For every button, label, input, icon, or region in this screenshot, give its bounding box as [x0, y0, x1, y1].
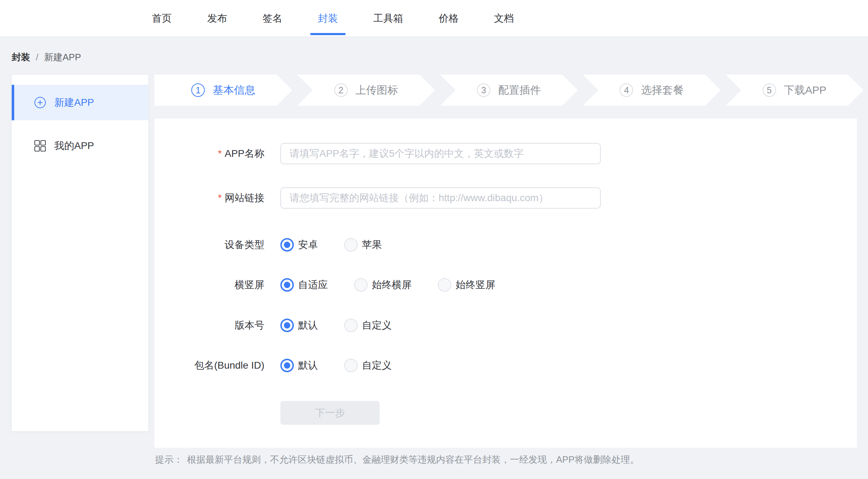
radio-version-custom[interactable]: 自定义	[344, 319, 392, 332]
radio-orientation-auto[interactable]: 自适应	[280, 278, 328, 292]
bundle-id-row: 包名(Bundle ID) 默认 自定义	[154, 358, 857, 373]
radio-unselected-icon	[438, 278, 451, 292]
radio-unselected-icon	[344, 319, 358, 332]
nav-package[interactable]: 封装	[318, 0, 338, 37]
sidebar-item-label: 新建APP	[54, 96, 94, 109]
site-url-label: *网站链接	[154, 191, 264, 205]
breadcrumb-current: 新建APP	[44, 51, 81, 64]
tip-text: 根据最新平台规则，不允许区块链虚拟币、金融理财类等违规内容在平台封装，一经发现，…	[187, 454, 639, 465]
radio-bundle-default[interactable]: 默认	[280, 359, 318, 372]
app-name-input[interactable]	[280, 143, 601, 164]
radio-orientation-portrait[interactable]: 始终竖屏	[438, 278, 495, 292]
device-type-row: 设备类型 安卓 苹果	[154, 238, 857, 252]
radio-orientation-landscape[interactable]: 始终横屏	[354, 278, 412, 292]
nav-home[interactable]: 首页	[152, 0, 172, 37]
step-1-basic-info: 1 基本信息	[154, 75, 292, 106]
plus-circle-icon	[34, 96, 46, 109]
nav-docs[interactable]: 文档	[494, 0, 514, 37]
radio-selected-icon	[280, 238, 294, 252]
nav-publish[interactable]: 发布	[207, 0, 227, 37]
top-nav: 首页 发布 签名 封装 工具箱 价格 文档	[0, 0, 868, 37]
platform-rule-tip: 提示：根据最新平台规则，不允许区块链虚拟币、金融理财类等违规内容在平台封装，一经…	[155, 453, 639, 466]
step-label: 上传图标	[356, 83, 398, 98]
radio-android[interactable]: 安卓	[280, 238, 318, 252]
device-type-label: 设备类型	[154, 238, 264, 252]
version-row: 版本号 默认 自定义	[154, 318, 857, 332]
step-number: 1	[191, 83, 205, 97]
site-url-row: *网站链接	[154, 187, 857, 209]
step-3-configure-plugins: 3 配置插件	[440, 75, 578, 106]
step-4-choose-plan: 4 选择套餐	[583, 75, 720, 106]
site-url-input[interactable]	[280, 187, 601, 209]
required-asterisk: *	[218, 148, 222, 159]
app-name-label: *APP名称	[154, 147, 264, 160]
tip-prefix: 提示：	[155, 454, 183, 465]
basic-info-form: *APP名称 *网站链接 设备类型 安卓 苹果 横竖屏	[154, 119, 857, 448]
radio-unselected-icon	[344, 359, 358, 372]
required-asterisk: *	[218, 192, 222, 203]
bundle-id-label: 包名(Bundle ID)	[154, 359, 264, 372]
radio-selected-icon	[280, 359, 294, 372]
radio-selected-icon	[280, 278, 294, 292]
step-number: 4	[620, 83, 633, 97]
radio-version-default[interactable]: 默认	[280, 319, 318, 332]
radio-selected-icon	[280, 319, 294, 332]
breadcrumb-section[interactable]: 封装	[12, 51, 30, 64]
step-number: 5	[763, 83, 776, 97]
step-number: 2	[334, 83, 348, 97]
step-label: 下载APP	[784, 83, 826, 98]
sidebar: 新建APP 我的APP	[12, 75, 148, 431]
radio-bundle-custom[interactable]: 自定义	[344, 359, 392, 372]
nav-toolbox[interactable]: 工具箱	[373, 0, 403, 37]
orientation-row: 横竖屏 自适应 始终横屏 始终竖屏	[154, 278, 857, 292]
step-wizard: 1 基本信息 2 上传图标 3 配置插件 4 选择套餐 5 下载APP	[154, 75, 863, 106]
sidebar-item-label: 我的APP	[54, 139, 94, 153]
breadcrumb: 封装 / 新建APP	[12, 51, 81, 64]
radio-ios[interactable]: 苹果	[344, 238, 382, 252]
step-2-upload-icon: 2 上传图标	[297, 75, 435, 106]
app-name-row: *APP名称	[154, 143, 857, 164]
step-label: 配置插件	[498, 83, 541, 98]
version-label: 版本号	[154, 319, 264, 332]
nav-sign[interactable]: 签名	[263, 0, 282, 37]
next-step-button[interactable]: 下一步	[280, 401, 380, 425]
step-label: 选择套餐	[641, 83, 683, 98]
step-5-download-app: 5 下载APP	[726, 75, 863, 106]
sidebar-item-new-app[interactable]: 新建APP	[12, 85, 148, 120]
orientation-label: 横竖屏	[154, 278, 264, 292]
step-number: 3	[477, 83, 490, 97]
sidebar-item-my-app[interactable]: 我的APP	[12, 128, 148, 164]
nav-pricing[interactable]: 价格	[439, 0, 458, 37]
breadcrumb-separator: /	[36, 52, 38, 63]
step-label: 基本信息	[213, 83, 255, 98]
grid-icon	[34, 139, 46, 152]
radio-unselected-icon	[354, 278, 368, 292]
radio-unselected-icon	[344, 238, 358, 252]
